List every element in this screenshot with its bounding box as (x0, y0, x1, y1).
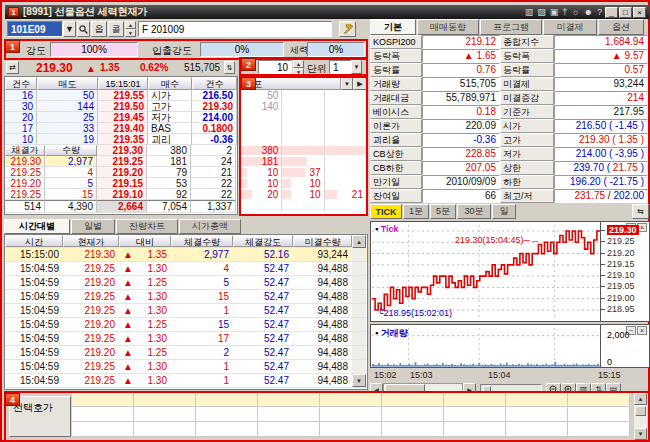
tab-left-1[interactable]: 시간대별 (4, 219, 70, 234)
option-button[interactable]: 옵 (91, 21, 107, 37)
app-icon: 1 (8, 7, 19, 17)
bid-row[interactable]: 채결가수량219.303802 (5, 145, 237, 156)
tick-y-label: 219.25 (607, 236, 635, 246)
bottom-v-scrollbar[interactable]: ▲ ▼ (634, 393, 647, 440)
ask-row[interactable]: 2025219.45저가214.00 (5, 112, 237, 123)
time-table-row[interactable]: 15:04:59219.25▲1.30152.4794,488 (5, 304, 367, 318)
tab-period-4[interactable]: 30분 (457, 204, 491, 219)
time-table-row[interactable]: 15:04:59219.25▲1.30452.4794,488 (5, 262, 367, 276)
ask-row[interactable]: 1733219.40BAS0.1800 (5, 123, 237, 134)
bid-row[interactable]: 219.2515219.109222 (5, 189, 237, 200)
selected-quote-row[interactable] (72, 393, 632, 407)
dist-count-input[interactable]: 10 (258, 60, 292, 74)
tab-period-3[interactable]: 5분 (430, 204, 456, 219)
search-button[interactable] (77, 21, 90, 37)
pin-icon[interactable]: † (562, 7, 567, 17)
orderbook-totals: 5144,3902,6647,0541,337 (5, 200, 237, 213)
ask-row[interactable]: 1019219.35괴리-0.36 (5, 134, 237, 145)
time-table-row[interactable]: 15:04:59219.20▲1.25552.4794,488 (5, 276, 367, 290)
time-table-header: 시간현재가대비체결수량체결강도미결수량▲ (5, 235, 367, 248)
info-value: 55,789,971 (422, 91, 500, 105)
distribution-expand-button[interactable]: ▶ (353, 77, 367, 90)
chart-settings-button[interactable]: ⇆ (632, 204, 649, 219)
tick-y-label: 219.30 (607, 225, 639, 235)
user-icon[interactable]: ☻ (584, 7, 593, 17)
maximize-button[interactable]: □ (619, 7, 632, 18)
info-label: 최고/저 (500, 189, 554, 203)
code-stepper[interactable]: ▲▼ (125, 21, 136, 37)
tab-info-4[interactable]: 미결제 (543, 19, 597, 35)
time-table-row[interactable]: 15:04:59219.20▲1.25252.4794,488 (5, 346, 367, 360)
mouse-icon[interactable]: ▥ (525, 7, 534, 17)
ask-row[interactable]: 30144219.50고가219.30 (5, 101, 237, 112)
scroll-down-button[interactable]: ▼ (352, 374, 366, 387)
chart-window-icon[interactable]: ▧ (537, 7, 546, 17)
dist-count-stepper[interactable]: ▲▼ (293, 60, 304, 74)
settings-wrench-button[interactable] (339, 21, 356, 37)
tab-info-1[interactable]: 기본 (370, 19, 416, 35)
tab-left-3[interactable]: 잔량차트 (116, 219, 178, 234)
bid-row[interactable]: 219.302,977219.2518124 (5, 156, 237, 167)
current-price: 219.30 (36, 61, 73, 75)
tick-chart[interactable]: ▪ Tick −× 219.30219.25219.20219.15219.10… (370, 221, 650, 322)
unit-dropdown-button[interactable]: ▼ (351, 60, 362, 74)
info-label: 종합지수 (500, 35, 554, 49)
distribution-panel: 분포 ▼ ▶ 5014038018110371010201021 (239, 76, 368, 215)
contract-field[interactable]: F 201009 (138, 21, 332, 37)
tick-y-label: 219.10 (607, 270, 635, 280)
time-table-row[interactable]: 15:04:59219.25▲1.30152.4794,488▼ (5, 374, 367, 388)
call-button[interactable]: 콜 (108, 21, 124, 37)
unit-value-select[interactable]: 1 (329, 60, 351, 74)
minimize-button[interactable]: _ (605, 7, 618, 18)
info-value: ▲ 1.65 (422, 49, 500, 63)
code-input[interactable]: 101E09 (7, 21, 63, 37)
titlebar[interactable]: 1 [8991] 선물옵션 세력현재가 ▥▧▣†☼☻? _ □ × (5, 5, 649, 19)
gear-icon[interactable]: ☼ (571, 7, 579, 17)
tick-y-label: 219.05 (607, 281, 635, 291)
tab-period-5[interactable]: 일 (492, 204, 516, 219)
info-label: 미결증감 (500, 91, 554, 105)
tab-period-2[interactable]: 1분 (403, 204, 429, 219)
orderbook-table: 건수매도15:15:01매수건수1650219.55시가216.50301442… (4, 76, 238, 215)
refresh-icon: ⇄ (9, 63, 16, 72)
help-icon[interactable]: ? (597, 7, 602, 17)
info-label: CB상한 (370, 147, 422, 161)
time-table-row[interactable]: 15:15:00219.30▲1.352,97752.1693,244 (5, 248, 367, 262)
volume-y-label: 0 (607, 357, 612, 367)
selected-quote-row[interactable] (72, 407, 632, 422)
selected-quote-row[interactable] (72, 422, 632, 437)
tab-info-5[interactable]: 옵션 (598, 19, 644, 35)
time-table-row[interactable]: 15:04:59219.20▲1.251552.4794,488 (5, 318, 367, 332)
close-button[interactable]: × (633, 7, 646, 18)
info-value: 0.76 (422, 63, 500, 77)
copy-window-icon[interactable]: ▣ (550, 7, 559, 17)
inout-strength-label: 입출강도 (152, 44, 192, 58)
time-table-row[interactable]: 15:04:59219.25▲1.301752.4794,488 (5, 332, 367, 346)
distribution-row: 181 (240, 156, 367, 167)
annotation-badge-4: 4 (5, 393, 20, 406)
info-value: 239.70 ( 21.75 ) (554, 161, 648, 175)
refresh-button[interactable]: ⇄ (6, 61, 19, 74)
info-label: 하한 (500, 175, 554, 189)
volume-chart[interactable]: ▪ 거래량 −× 2,0000 (370, 324, 650, 368)
bid-row[interactable]: 219.254219.207921 (5, 167, 237, 178)
ask-row[interactable]: 1650219.55시가216.50 (5, 90, 237, 101)
tab-period-1[interactable]: TICK (370, 204, 402, 219)
info-label: 거래대금 (370, 91, 422, 105)
info-value: 217.95 (554, 105, 648, 119)
bid-row[interactable]: 219.205219.155322 (5, 178, 237, 189)
info-label: 등락률 (370, 63, 422, 77)
tab-left-2[interactable]: 일별 (71, 219, 115, 234)
tab-info-3[interactable]: 프로그램 (480, 19, 542, 35)
distribution-dropdown-button[interactable]: ▼ (341, 77, 353, 90)
scroll-up-button[interactable]: ▲ (352, 235, 366, 248)
time-table-row[interactable]: 15:04:59219.25▲1.30152.4794,488 (5, 360, 367, 374)
info-label: 거래량 (370, 77, 422, 91)
volume-spin-button[interactable]: ⇅ (224, 61, 235, 74)
tab-info-2[interactable]: 매매동향 (417, 19, 479, 35)
distribution-row: 1010 (240, 178, 367, 189)
code-dropdown-button[interactable]: ▼ (63, 21, 76, 37)
tab-left-4[interactable]: 시가총액 (179, 219, 241, 234)
time-table-row[interactable]: 15:04:59219.25▲1.301552.4794,488 (5, 290, 367, 304)
distribution-row (240, 200, 367, 211)
